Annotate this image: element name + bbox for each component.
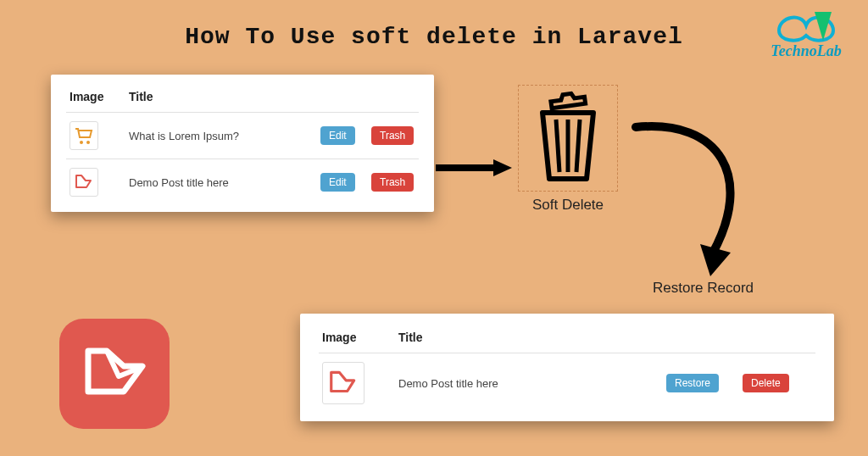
trashed-card: Image Title Demo Post title here Restore…: [300, 314, 834, 421]
restore-button[interactable]: Restore: [666, 374, 719, 392]
posts-card: Image Title What is Lorem Ipsum: [51, 75, 434, 212]
soft-delete-block: Soft Delete: [513, 85, 623, 214]
arrow-right-icon: [434, 158, 512, 178]
brand-name: TechnoLab: [760, 42, 853, 60]
edit-button[interactable]: Edit: [320, 173, 355, 192]
col-image: Image: [66, 85, 125, 113]
post-title: Demo Post title here: [395, 353, 663, 414]
col-image: Image: [319, 325, 395, 353]
laravel-mark-icon: [76, 336, 153, 412]
laravel-icon: [70, 168, 98, 197]
trashed-table: Image Title Demo Post title here Restore…: [319, 325, 815, 413]
edit-button[interactable]: Edit: [320, 126, 355, 145]
page-title: How To Use soft delete in Laravel: [0, 24, 868, 50]
delete-button[interactable]: Delete: [743, 374, 789, 392]
post-title: Demo Post title here: [125, 159, 317, 206]
svg-point-0: [80, 141, 83, 144]
table-row: What is Lorem Ipsum? Edit Trash: [66, 113, 419, 159]
brand-mark-icon: [772, 7, 840, 46]
table-row: Demo Post title here Restore Delete: [319, 353, 815, 414]
soft-delete-label: Soft Delete: [513, 197, 623, 214]
table-row: Demo Post title here Edit Trash: [66, 159, 419, 206]
post-title: What is Lorem Ipsum?: [125, 113, 317, 159]
svg-line-6: [576, 120, 580, 172]
laravel-logo: [59, 319, 170, 429]
col-title: Title: [125, 85, 317, 113]
cart-icon: [70, 121, 98, 150]
trash-button[interactable]: Trash: [371, 126, 414, 145]
arrow-curve-icon: [619, 110, 763, 280]
trash-button[interactable]: Trash: [371, 173, 414, 192]
brand-logo: TechnoLab: [760, 7, 853, 66]
svg-line-4: [556, 120, 559, 172]
restore-label: Restore Record: [653, 280, 754, 297]
svg-point-1: [86, 141, 90, 144]
col-title: Title: [395, 325, 663, 353]
trash-icon: [526, 91, 610, 184]
svg-marker-7: [700, 244, 731, 276]
laravel-icon: [322, 362, 364, 404]
posts-table: Image Title What is Lorem Ipsum: [66, 85, 419, 205]
svg-marker-3: [493, 159, 512, 176]
